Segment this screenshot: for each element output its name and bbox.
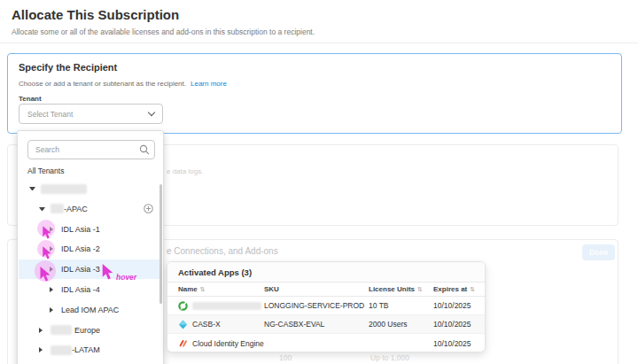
app-name-cell: CASB-X	[178, 320, 264, 329]
caret-collapsed-icon[interactable]	[50, 307, 56, 313]
app-table-row[interactable]: CASB-XNG-CASBX-EVAL2000 Users10/10/2025	[167, 315, 485, 334]
app-name-label: Cloud Identity Engine	[192, 339, 264, 348]
redacted-tenant-name	[51, 325, 72, 335]
tenant-tree-item--latam[interactable]: -LATAM	[19, 340, 160, 360]
sort-icon[interactable]: ⇅	[200, 286, 206, 292]
add-subtenant-icon[interactable]	[144, 204, 153, 213]
tenant-tree-item-lead-iom-apac[interactable]: Lead IOM APAC	[19, 300, 160, 320]
tenant-tree-item-label: IDL Asia -2	[61, 244, 100, 253]
app-expires-cell: 10/10/2025	[433, 320, 486, 329]
sort-icon[interactable]: ⇅	[417, 286, 423, 292]
column-header-sku: SKU	[264, 285, 369, 293]
casb-x-icon	[178, 320, 188, 329]
apps-table-header-row: Name⇅SKULicense Units⇅Expires at⇅	[167, 283, 485, 297]
tenant-tree-item[interactable]	[19, 179, 160, 198]
recipient-card-description: Choose or add a tenant or subtenant as t…	[19, 80, 227, 88]
caret-collapsed-icon[interactable]	[50, 267, 56, 272]
column-header-expires-at[interactable]: Expires at⇅	[433, 285, 486, 293]
tenant-tree-item-label: IDL Asia -3	[61, 265, 100, 274]
caret-collapsed-icon[interactable]	[50, 246, 56, 252]
redacted-app-name	[192, 302, 261, 310]
done-button[interactable]: Done	[582, 244, 615, 260]
tenant-search-field	[27, 140, 155, 159]
faint-table-cell: Up to 1,000	[370, 353, 409, 362]
page-title: Allocate This Subscription	[12, 7, 179, 22]
tenant-tree-item-label: Lead IOM APAC	[61, 306, 119, 314]
learn-more-link[interactable]: Learn more	[191, 80, 227, 88]
app-name-label: CASB-X	[192, 320, 221, 329]
column-header-name[interactable]: Name⇅	[178, 285, 264, 293]
tenant-tree-item-europe[interactable]: Europe	[19, 321, 160, 340]
tenant-dropdown-panel: All Tenants -APACIDL Asia -1IDL Asia -2I…	[17, 130, 164, 364]
app-license-units-cell: 10 TB	[369, 301, 433, 310]
app-license-units-cell: 2000 Users	[369, 320, 433, 329]
tenant-tree-item-label: -LATAM	[72, 345, 100, 354]
apps-table-body: LONGGING-SERVICE-PROD10 TB10/10/2025CASB…	[167, 297, 485, 352]
app-sku-cell: LONGGING-SERVICE-PROD	[264, 301, 369, 310]
app-expires-cell: 10/10/2025	[433, 339, 486, 348]
activated-apps-title: Activated Apps (3)	[167, 262, 485, 283]
tenant-select[interactable]: Select Tenant	[19, 104, 163, 124]
cloud-identity-engine-icon	[178, 338, 188, 348]
app-sku-cell: NG-CASBX-EVAL	[264, 320, 369, 329]
tenant-tree-item-label: IDL Asia -4	[61, 285, 100, 294]
header-divider	[0, 43, 638, 43]
strata-logging-service-icon	[178, 301, 188, 311]
chevron-down-icon	[148, 109, 155, 116]
column-header-license-units[interactable]: License Units⇅	[369, 285, 433, 293]
caret-collapsed-icon[interactable]	[39, 347, 45, 352]
tenant-tree-item-label: Europe	[74, 326, 100, 335]
recipient-card-title: Specify the Recipient	[19, 62, 117, 73]
redacted-tenant-name	[41, 184, 87, 194]
faint-table-cell: 100	[279, 353, 292, 362]
app-table-row[interactable]: Cloud Identity Engine10/10/2025	[167, 334, 485, 352]
caret-collapsed-icon[interactable]	[50, 227, 56, 232]
all-tenants-label[interactable]: All Tenants	[27, 167, 64, 175]
dropdown-scrollbar[interactable]	[160, 184, 162, 304]
redacted-tenant-name	[51, 345, 72, 355]
allocate-subscription-page: Allocate This Subscription Allocate some…	[0, 0, 638, 364]
tenant-tree-item-idl-asia-4[interactable]: IDL Asia -4	[19, 280, 160, 299]
app-name-cell: Cloud Identity Engine	[178, 338, 264, 348]
app-table-row[interactable]: LONGGING-SERVICE-PROD10 TB10/10/2025	[167, 297, 485, 315]
tenant-tree-item--apac[interactable]: -APAC	[19, 199, 160, 219]
search-icon	[139, 144, 150, 155]
caret-expanded-icon[interactable]	[29, 187, 35, 190]
connections-addons-title-fragment: e Connections, and Add-ons	[167, 246, 278, 256]
recipient-description-text: Choose or add a tenant or subtenant as t…	[19, 80, 186, 88]
tenant-tree-item-label: -APAC	[64, 205, 88, 213]
tenant-tree-item-idl-asia-1[interactable]: IDL Asia -1	[19, 220, 160, 239]
page-subtitle: Allocate some or all of the available li…	[12, 27, 315, 36]
tenant-tree-item-idl-asia-2[interactable]: IDL Asia -2	[19, 239, 160, 259]
tenant-field-label: Tenant	[19, 95, 42, 103]
caret-collapsed-icon[interactable]	[50, 287, 56, 292]
app-name-cell	[178, 301, 264, 311]
tenant-tree-item-label: IDL Asia -1	[61, 225, 100, 234]
tenant-tree-item-idl-asia-3[interactable]: IDL Asia -3	[19, 259, 160, 279]
caret-collapsed-icon[interactable]	[39, 328, 45, 333]
data-logs-text-fragment: e data logs.	[167, 167, 203, 175]
redacted-tenant-name	[51, 204, 64, 213]
tenant-select-placeholder: Select Tenant	[27, 110, 149, 119]
caret-expanded-icon[interactable]	[39, 207, 45, 211]
activated-apps-popup: Activated Apps (3) Name⇅SKULicense Units…	[167, 261, 486, 352]
sort-icon[interactable]: ⇅	[470, 286, 475, 292]
app-expires-cell: 10/10/2025	[433, 301, 486, 310]
search-input[interactable]	[27, 140, 155, 159]
